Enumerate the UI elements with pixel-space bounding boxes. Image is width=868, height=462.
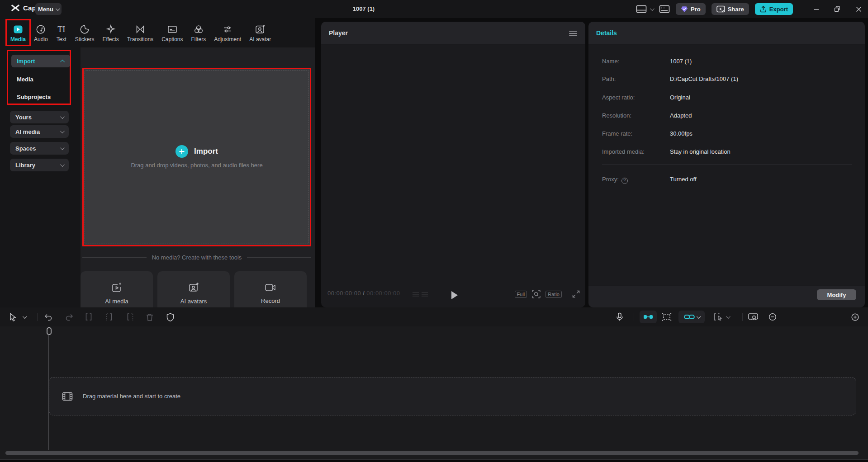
list-icon	[413, 291, 419, 297]
sidebar-group-yours[interactable]: Yours	[10, 111, 69, 123]
sidebar-group-library[interactable]: Library	[10, 159, 69, 171]
cursor-chevron-icon[interactable]	[23, 307, 26, 326]
maximize-button[interactable]	[830, 0, 845, 18]
tab-effects[interactable]: Effects	[98, 20, 123, 46]
chevron-down-icon	[60, 146, 65, 150]
help-icon[interactable]: ?	[621, 178, 628, 184]
layout-chevron-icon[interactable]	[650, 6, 655, 11]
tab-adjustment[interactable]: Adjustment	[210, 20, 245, 46]
detail-row-proxy: Proxy:? Turned off	[602, 176, 855, 185]
stickers-icon	[79, 24, 90, 35]
player-view-controls: Full Ratio	[515, 290, 580, 298]
filters-icon	[193, 24, 204, 35]
timeline-preview-button[interactable]	[748, 307, 759, 326]
freeze-frame-button[interactable]	[661, 307, 672, 326]
text-icon: TI	[56, 24, 67, 35]
details-panel: Details Name: 1007 (1) Path: D:/CapCut D…	[588, 22, 865, 307]
zoom-in-icon[interactable]	[851, 307, 859, 326]
undo-button[interactable]	[43, 307, 53, 326]
timeline-scrollbar[interactable]	[5, 451, 859, 455]
adjustment-icon	[222, 24, 233, 35]
sidebar-group-spaces[interactable]: Spaces	[10, 142, 69, 155]
maximize-icon	[834, 6, 840, 12]
import-cta[interactable]: Import	[84, 145, 310, 158]
capcut-window: CapCut Menu 1007 (1) Pro	[0, 0, 868, 462]
split-button[interactable]	[84, 307, 93, 326]
list-icon	[422, 291, 428, 297]
delete-button[interactable]	[146, 307, 154, 326]
minimize-button[interactable]	[808, 0, 824, 18]
close-button[interactable]	[851, 0, 866, 18]
ai-avatars-icon	[188, 282, 199, 293]
tab-audio[interactable]: Audio	[30, 20, 52, 46]
media-icon	[13, 24, 24, 35]
zoom-out-icon[interactable]	[768, 307, 777, 326]
pro-button[interactable]: Pro	[676, 3, 706, 15]
menu-chevron-icon	[56, 6, 60, 11]
captions-icon	[167, 24, 178, 35]
no-media-hint-row: No media? Create with these tools	[82, 254, 311, 261]
select-clip-mode-button[interactable]	[712, 307, 729, 326]
sidebar-group-ai-media[interactable]: AI media	[10, 125, 69, 138]
menu-button[interactable]: Menu	[35, 3, 62, 15]
detail-row-aspect-ratio: Aspect ratio: Original	[602, 94, 855, 103]
import-hint: Drag and drop videos, photos, and audio …	[84, 162, 310, 169]
timeline-area: Drag material here and start to create	[0, 326, 868, 462]
chevron-down-icon	[60, 114, 65, 119]
timeline-toolbar	[0, 307, 868, 326]
fullscreen-icon[interactable]	[572, 290, 580, 298]
detail-row-resolution: Resolution: Adapted	[602, 112, 855, 121]
link-toggle[interactable]	[678, 311, 705, 323]
divider	[37, 313, 38, 321]
record-icon	[264, 282, 277, 293]
tab-transitions[interactable]: Transitions	[123, 20, 157, 46]
window-bottom-edge	[0, 459, 868, 462]
tab-ai-avatar[interactable]: AI avatar	[245, 20, 275, 46]
playhead-handle[interactable]	[47, 327, 52, 335]
timecode-total: 00:00:00:00	[366, 290, 400, 297]
tab-text[interactable]: TI Text	[52, 20, 71, 46]
voiceover-button[interactable]	[616, 307, 623, 326]
share-button[interactable]: Share	[711, 3, 749, 15]
player-menu-icon[interactable]	[569, 29, 577, 38]
details-title: Details	[596, 29, 617, 37]
select-cursor-button[interactable]	[9, 307, 17, 326]
timeline-empty-hint: Drag material here and start to create	[83, 393, 180, 400]
sidebar-item-subprojects[interactable]: Subprojects	[11, 91, 70, 103]
project-title: 1007 (1)	[343, 5, 384, 12]
trim-left-button[interactable]	[104, 307, 114, 326]
auto-ripple-toggle[interactable]	[640, 311, 657, 323]
ratio-button[interactable]: Ratio	[545, 291, 562, 298]
tab-captions[interactable]: Captions	[157, 20, 187, 46]
pro-gem-icon	[681, 6, 688, 13]
transitions-icon	[135, 24, 146, 35]
details-footer: Modify	[588, 286, 865, 307]
preview-zoom-icon[interactable]	[532, 290, 541, 298]
play-button[interactable]	[451, 291, 458, 299]
tab-filters[interactable]: Filters	[187, 20, 210, 46]
workspace-layout-button[interactable]	[636, 5, 647, 13]
full-view-button[interactable]: Full	[515, 291, 527, 298]
tab-stickers[interactable]: Stickers	[71, 20, 99, 46]
plus-icon	[175, 145, 188, 158]
modify-button[interactable]: Modify	[817, 289, 856, 300]
sidebar-item-import[interactable]: Import	[11, 55, 70, 67]
import-drop-zone[interactable]: Import Drag and drop videos, photos, and…	[82, 68, 311, 246]
export-button[interactable]: Export	[755, 3, 793, 15]
detail-row-path: Path: D:/CapCut Drafts/1007 (1)	[602, 75, 855, 85]
sidebar-item-media[interactable]: Media	[11, 73, 70, 85]
title-bar: CapCut Menu 1007 (1) Pro	[0, 0, 868, 18]
divider	[567, 291, 567, 297]
timeline-drop-zone[interactable]: Drag material here and start to create	[49, 377, 856, 415]
trim-right-button[interactable]	[126, 307, 135, 326]
detail-row-name: Name: 1007 (1)	[602, 58, 855, 67]
mask-button[interactable]	[166, 307, 174, 326]
shortcuts-icon[interactable]	[659, 5, 670, 13]
media-content-area: Import Drag and drop videos, photos, and…	[81, 47, 315, 307]
redo-button[interactable]	[65, 307, 74, 326]
timecode-current: 00:00:00:00	[327, 290, 361, 297]
share-icon	[716, 5, 725, 13]
tab-media[interactable]: Media	[6, 20, 30, 46]
preview-quality-icons	[413, 291, 428, 297]
export-icon	[760, 5, 767, 13]
